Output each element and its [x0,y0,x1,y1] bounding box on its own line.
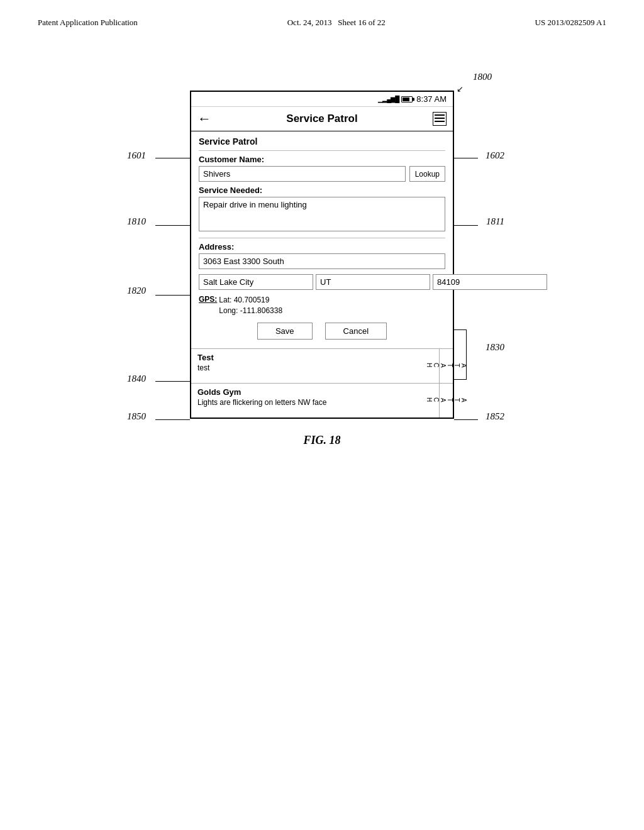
gps-lat: Lat: 40.700519 [219,295,282,306]
attach-label-1[interactable]: ATTACH [439,349,453,383]
customer-name-input[interactable] [199,166,406,182]
form-section-title: Service Patrol [199,136,445,147]
annot-line-1820 [155,295,190,296]
list-item-2-content: Golds Gym Lights are flickering on lette… [191,384,439,418]
status-bar: ▁▂▄▆█ 8:37 AM [191,92,453,107]
customer-name-label: Customer Name: [199,155,445,164]
ref-1811: 1811 [486,216,504,227]
ref-1602: 1602 [486,150,504,161]
annot-line-1811 [454,225,478,226]
ref-1830: 1830 [486,342,504,353]
annot-line-1601 [155,158,190,158]
gps-coords: Lat: 40.700519 Long: -111.806338 [219,295,282,316]
status-time: 8:37 AM [416,94,447,104]
phone-frame: ▁▂▄▆█ 8:37 AM ← Service Patrol [190,91,454,419]
svg-rect-1 [435,118,445,119]
form-divider-1 [199,150,445,151]
save-button[interactable]: Save [257,323,313,340]
address-city-input[interactable] [199,274,313,290]
annot-line-1850 [155,419,190,420]
patent-header-center: Oct. 24, 2013 Sheet 16 of 22 [287,18,386,28]
nav-bar[interactable]: ← Service Patrol [191,107,453,131]
address-street-input[interactable] [199,253,445,269]
form-content: Service Patrol Customer Name: Lookup Ser… [191,131,453,348]
back-button[interactable]: ← [197,111,211,127]
ref-1850: 1850 [127,411,146,422]
list-items-container: Test test ATTACH Golds Gym Lights are fl… [191,348,453,418]
annot-line-1602 [454,158,478,158]
nav-title: Service Patrol [286,113,357,125]
list-item-1-content: Test test [191,349,439,383]
cancel-button[interactable]: Cancel [325,323,387,340]
list-item-2-desc: Lights are flickering on letters NW face [197,398,433,407]
gps-label: GPS: [199,295,217,304]
attach-label-2[interactable]: ATTACH [439,384,453,418]
battery-icon [401,96,413,102]
list-item-2-name: Golds Gym [197,387,433,397]
ref-1840: 1840 [127,374,146,384]
ref-1800: 1800 [473,72,492,82]
svg-rect-0 [435,114,445,116]
figure-label: FIG. 18 [303,434,340,447]
list-item[interactable]: Golds Gym Lights are flickering on lette… [191,383,453,418]
address-city-row [199,274,445,290]
battery-container [401,94,413,104]
gps-long: Long: -111.806338 [219,306,282,316]
gps-section: GPS: Lat: 40.700519 Long: -111.806338 [199,295,445,316]
signal-bars-icon: ▁▂▄▆█ [378,96,399,102]
annot-line-1810 [155,225,190,226]
lookup-button[interactable]: Lookup [409,166,445,182]
main-content: 1800 ↙ 1601 1602 1810 1811 1820 1830 184… [0,34,644,447]
patent-header-right: US 2013/0282509 A1 [535,18,606,28]
patent-header-left: Patent Application Publication [38,18,138,28]
list-item-1-name: Test [197,353,433,362]
annot-line-1852 [454,419,478,420]
address-label: Address: [199,242,445,252]
list-item[interactable]: Test test ATTACH [191,348,453,383]
buttons-row: Save Cancel [199,323,445,340]
ref-1810: 1810 [127,216,146,227]
service-needed-input[interactable]: Repair drive in menu lighting [199,197,445,231]
patent-header: Patent Application Publication Oct. 24, … [0,0,644,34]
address-zip-input[interactable] [433,274,547,290]
annot-brace-1830 [454,329,467,380]
ref-1601: 1601 [127,150,146,161]
annot-line-1840 [155,381,190,382]
svg-rect-2 [435,121,445,122]
form-divider-2 [199,238,445,238]
service-needed-label: Service Needed: [199,185,445,195]
menu-icon[interactable] [433,112,447,126]
address-state-input[interactable] [316,274,430,290]
ref-1852: 1852 [486,411,504,422]
customer-name-row: Lookup [199,166,445,182]
phone-wrapper: 1800 ↙ 1601 1602 1810 1811 1820 1830 184… [190,91,454,419]
sheet-info: Sheet 16 of 22 [338,18,385,27]
ref-1820: 1820 [127,285,146,296]
list-item-1-desc: test [197,363,433,372]
arrow-1800-indicator: ↙ [457,84,464,94]
